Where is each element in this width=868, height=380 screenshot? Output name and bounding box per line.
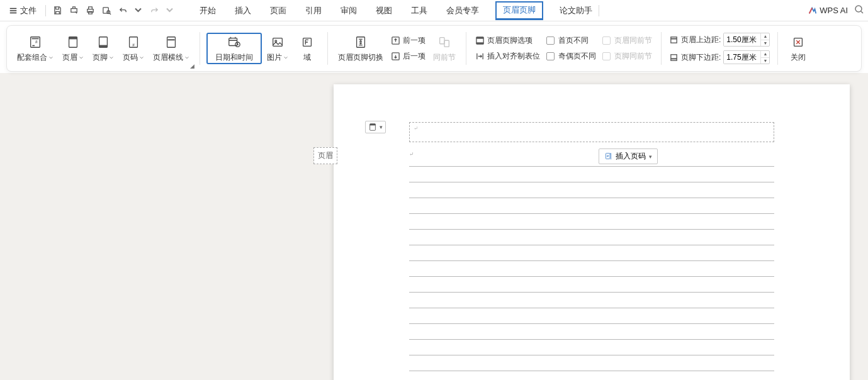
undo-icon [118,6,128,15]
tab-page[interactable]: 页面 [268,1,289,20]
find-icon [102,6,111,15]
body-line [409,245,774,261]
prev-item-button[interactable]: 前一项 [388,34,428,47]
svg-rect-12 [229,38,237,46]
print-preview-button[interactable] [66,3,81,18]
tab-review[interactable]: 审阅 [338,1,359,20]
save-button[interactable] [50,3,65,18]
svg-point-2 [855,6,862,12]
close-icon [791,35,805,49]
footer-button[interactable]: 页脚 [89,33,118,64]
header-hr-button[interactable]: 页眉横线 [149,33,193,64]
header-edit-area[interactable] [409,122,774,142]
diff-oddeven-checkbox[interactable]: 奇偶页不同 [544,50,599,63]
tab-insert[interactable]: 插入 [232,1,254,20]
wps-ai-button[interactable]: WPS AI [808,6,848,15]
same-as-prev-icon [437,35,451,49]
tab-view[interactable]: 视图 [373,1,395,20]
close-hf-button[interactable]: 关闭 [784,33,812,64]
chevron-down-icon [79,55,84,60]
document-page[interactable]: 页眉 ▾ # 插入页码 ▾ [334,84,850,380]
next-item-button[interactable]: 后一项 [388,50,428,63]
checkbox-box [602,36,611,45]
undo-button[interactable] [115,3,130,18]
dialog-launcher[interactable]: ◢ [190,63,194,69]
switch-hf-button[interactable]: 页眉页脚切换 [334,33,387,64]
search-replace-button[interactable] [99,3,114,18]
chevron-down-icon [48,55,54,60]
preset-combo-button[interactable]: # 配套组合 [13,33,57,64]
body-line [409,198,774,214]
header-margin-label: 页眉上边距: [681,35,721,45]
tab-member[interactable]: 会员专享 [444,1,482,20]
insert-pagenum-button[interactable]: # 插入页码 ▾ [599,148,658,164]
header-hr-label: 页眉横线 [153,52,183,63]
footer-margin-field[interactable]: ▲ ▼ [723,50,770,64]
print-button[interactable] [82,3,98,18]
field-label: 域 [303,52,311,63]
header-same-checkbox[interactable]: 页眉同前节 [600,34,655,47]
global-search-button[interactable] [854,4,864,16]
picture-button[interactable]: 图片 [263,33,292,64]
pagenum-button[interactable]: # 页码 [119,33,148,64]
diff-oddeven-label: 奇偶页不同 [558,51,596,62]
ribbon-separator [777,32,778,65]
redo-dropdown[interactable] [162,3,177,18]
chevron-down-icon: ▾ [380,124,383,130]
chevron-down-icon [109,55,114,60]
save-icon [53,6,62,15]
body-line [409,340,774,355]
search-icon [854,4,864,14]
pagenum-icon: # [127,35,140,49]
insert-pagenum-icon: # [604,152,612,160]
hf-options-button[interactable]: 页眉页脚选项 [473,34,543,47]
insert-align-tab-button[interactable]: 插入对齐制表位 [473,50,543,63]
print-icon [86,6,95,15]
document-body[interactable] [409,151,774,371]
tab-paper-assist[interactable]: 论文助手 [557,1,595,20]
body-line [409,182,774,198]
redo-button[interactable] [147,3,162,18]
header-margin-field[interactable]: ▲ ▼ [723,33,770,47]
spin-down[interactable]: ▼ [761,40,769,47]
footer-same-checkbox[interactable]: 页脚同前节 [600,50,655,63]
picture-icon [271,35,285,49]
insert-pagenum-label: 插入页码 [616,151,646,162]
preset-icon: # [28,35,42,49]
caret-down-icon [133,6,143,15]
ribbon-separator [661,32,662,65]
field-button[interactable]: 域 [293,33,321,64]
redo-icon [150,6,159,15]
file-menu-button[interactable]: 文件 [4,3,42,18]
diff-first-checkbox[interactable]: 首页不同 [544,34,599,47]
header-options-dropdown[interactable]: ▾ [365,121,386,133]
caret-down-icon [165,6,174,15]
tab-start[interactable]: 开始 [197,1,218,20]
tab-header-footer[interactable]: 页眉页脚 [495,1,543,20]
checkbox-box [602,52,611,60]
header-icon [66,35,80,49]
next-label: 后一项 [403,51,426,62]
svg-text:#: # [35,40,38,44]
tab-reference[interactable]: 引用 [303,1,324,20]
header-options-icon [368,123,377,131]
datetime-button[interactable]: 日期和时间 [206,33,262,64]
header-margin-input[interactable] [724,33,760,46]
header-button[interactable]: 页眉 [59,33,87,64]
pagenum-label: 页码 [123,52,138,63]
same-as-prev-button[interactable]: 同前节 [429,33,459,64]
wps-ai-label: WPS AI [820,6,848,15]
svg-rect-14 [273,38,283,47]
tab-tools[interactable]: 工具 [409,1,430,20]
svg-rect-6 [69,37,77,40]
footer-margin-input[interactable] [724,51,760,64]
spin-down[interactable]: ▼ [761,58,769,64]
body-line [409,230,774,245]
body-line [409,261,774,277]
ribbon-group-margins: 页眉上边距: ▲ ▼ 页脚下边距: ▲ ▼ [665,28,774,69]
undo-dropdown[interactable] [130,3,145,18]
ribbon-group-header-footer-items: # 配套组合 页眉 页脚 # 页码 页眉横线 ◢ [11,28,196,69]
chevron-down-icon [184,55,189,60]
spin-up[interactable]: ▲ [761,51,769,58]
spin-up[interactable]: ▲ [761,33,769,40]
